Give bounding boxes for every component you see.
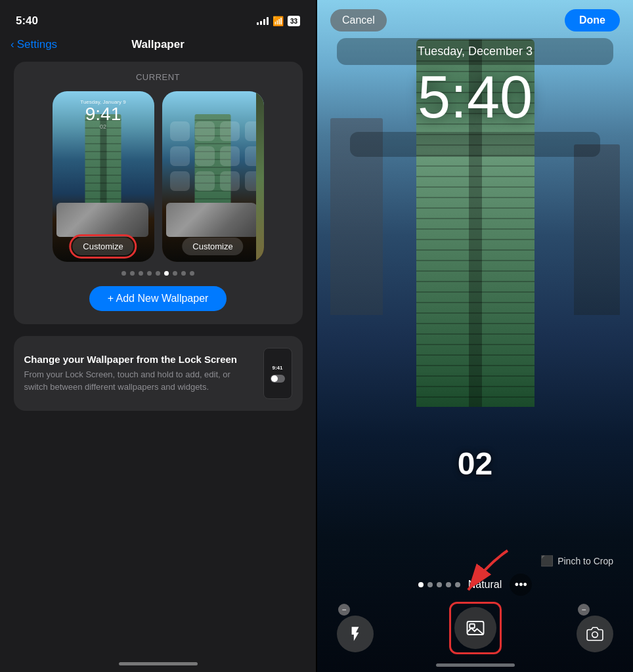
dot-6 [164, 271, 169, 276]
crop-icon: ⬛ [540, 555, 554, 567]
building-number: 02 [458, 446, 492, 482]
lock-screen-preview[interactable]: Tuesday, January 9 9:41 02 Customize [53, 91, 154, 262]
dot-3 [139, 271, 143, 276]
lock-widget-small: 02 [53, 123, 154, 130]
filter-dot-2[interactable] [427, 582, 433, 587]
lock-clock-small: 9:41 [53, 105, 154, 123]
lock-screen-customize-button[interactable]: Customize [72, 238, 133, 255]
chevron-left-icon: ‹ [11, 38, 14, 51]
cancel-done-row: Cancel Done [330, 9, 620, 32]
info-text-area: Change your Wallpaper from the Lock Scre… [24, 354, 253, 394]
home-screen-customize-button[interactable]: Customize [182, 238, 243, 255]
flashlight-group: − [337, 604, 374, 652]
clock-display: 5:40 [330, 68, 620, 127]
photo-selector-container [454, 607, 496, 649]
dot-8 [181, 271, 186, 276]
wallpaper-card: CURRENT Tuesday, January 9 [14, 62, 303, 324]
home-indicator-left [119, 662, 198, 665]
back-button[interactable]: ‹ Settings [11, 38, 57, 51]
flashlight-minus-badge[interactable]: − [338, 604, 350, 616]
camera-group: − [577, 604, 613, 652]
bottom-action-row: − − [330, 604, 620, 652]
filter-dot-4[interactable] [446, 582, 451, 587]
pinch-crop-hint: ⬛ Pinch to Crop [330, 555, 620, 567]
phone-mini-time: 9:41 [272, 365, 282, 371]
status-icons: 📶 33 [257, 16, 300, 26]
phone-mini-illustration: 9:41 [263, 348, 292, 399]
flashlight-icon [347, 625, 364, 642]
date-text: Tuesday, December 3 [350, 45, 600, 58]
done-button[interactable]: Done [565, 9, 620, 32]
status-bar: 5:40 📶 33 [0, 0, 316, 33]
dot-7 [173, 271, 177, 276]
wallpaper-previews: Tuesday, January 9 9:41 02 Customize [24, 91, 292, 262]
home-indicator-right [436, 663, 515, 667]
nav-bar: ‹ Settings Wallpaper [0, 33, 316, 56]
pinch-crop-text: Pinch to Crop [557, 556, 613, 566]
dot-9 [190, 271, 194, 276]
current-label: CURRENT [24, 72, 292, 82]
page-title: Wallpaper [131, 38, 185, 51]
filter-dot-1[interactable] [418, 582, 424, 587]
notification-widget [350, 132, 600, 157]
battery-icon: 33 [288, 16, 300, 26]
svg-rect-1 [469, 624, 475, 628]
status-time: 5:40 [16, 14, 38, 28]
photo-icon [466, 618, 485, 638]
camera-icon [586, 625, 603, 642]
cancel-button[interactable]: Cancel [330, 9, 387, 32]
third-preview-peek [256, 91, 264, 262]
filter-row: Natural ••• [330, 574, 620, 596]
right-panel: 02 Cancel Done Tuesday, December 3 5:40 … [317, 0, 633, 672]
lock-date-small: Tuesday, January 9 [53, 99, 154, 105]
info-card: Change your Wallpaper from the Lock Scre… [14, 336, 303, 411]
wifi-icon: 📶 [273, 16, 284, 26]
svg-point-2 [592, 632, 598, 638]
right-top-bar: Cancel Done Tuesday, December 3 5:40 [317, 0, 633, 169]
dot-2 [130, 271, 135, 276]
dot-5 [156, 271, 160, 276]
info-body: From your Lock Screen, touch and hold to… [24, 369, 253, 394]
add-wallpaper-button[interactable]: + Add New Wallpaper [89, 286, 227, 311]
filter-dots [418, 582, 460, 587]
phone-mini-toggle [271, 375, 285, 383]
flashlight-button[interactable] [337, 616, 374, 652]
camera-button[interactable] [577, 616, 613, 652]
filter-dot-3[interactable] [437, 582, 442, 587]
camera-minus-badge[interactable]: − [578, 604, 590, 616]
home-screen-preview[interactable]: Customize [162, 91, 264, 262]
page-dots [24, 271, 292, 276]
signal-icon [257, 17, 269, 25]
right-bottom-bar: ⬛ Pinch to Crop Natural ••• − [317, 555, 633, 672]
filter-dot-5[interactable] [455, 582, 460, 587]
clock-time: 5:40 [330, 68, 620, 127]
dot-1 [121, 271, 126, 276]
left-panel: 5:40 📶 33 ‹ Settings Wallpaper CURRENT [0, 0, 316, 672]
filter-more-button[interactable]: ••• [510, 574, 532, 596]
secondary-building-right [574, 144, 620, 315]
photo-selector-button[interactable] [454, 607, 496, 649]
date-display: Tuesday, December 3 [337, 38, 613, 65]
dot-4 [147, 271, 152, 276]
back-label: Settings [17, 38, 57, 51]
filter-label: Natural [468, 579, 502, 591]
info-title: Change your Wallpaper from the Lock Scre… [24, 354, 253, 365]
